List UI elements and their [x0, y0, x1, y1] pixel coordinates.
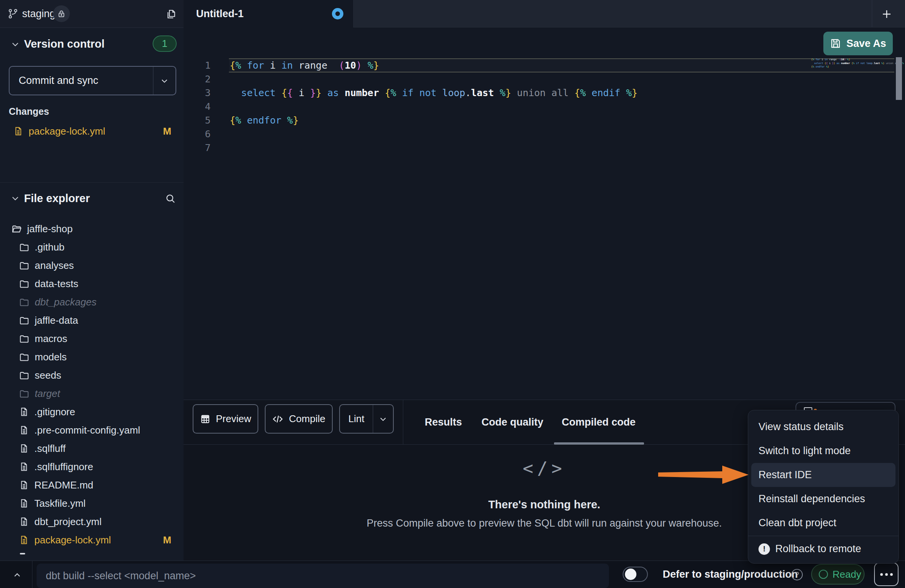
tree-folder-target[interactable]: target: [0, 384, 184, 403]
new-tab-button[interactable]: [879, 6, 895, 22]
tabbar-divider: [872, 0, 872, 27]
code-line-5[interactable]: 5{% endfor %}: [184, 113, 893, 127]
code-text: select {{ i }} as number {% if not loop.…: [230, 87, 638, 98]
chevron-down-icon[interactable]: [373, 405, 393, 433]
minimap-line: {% for i in range (10) %}: [811, 58, 894, 62]
tree-folder-jaffle-data[interactable]: jaffle-data: [0, 311, 184, 329]
minimap[interactable]: {% for i in range (10) %} select {{ i }}…: [811, 58, 894, 69]
folder-icon: [19, 352, 29, 362]
tree-file-.gitignore[interactable]: .gitignore: [0, 403, 184, 421]
menu-item-reinstall-dependencies[interactable]: Reinstall dependencies: [748, 487, 899, 511]
chevron-up-icon[interactable]: [11, 569, 23, 581]
panel-tab-results[interactable]: Results: [425, 400, 462, 444]
compile-button[interactable]: Compile: [265, 404, 333, 434]
changed-file-row[interactable]: package-lock.yml M: [0, 122, 184, 140]
file-icon: [19, 517, 29, 527]
menu-item-label: Reinstall dependencies: [758, 493, 865, 505]
menu-item-restart-ide[interactable]: Restart IDE: [751, 463, 895, 487]
tab-untitled-1[interactable]: Untitled-1: [184, 0, 354, 27]
line-number: 7: [184, 142, 211, 153]
code-line-2[interactable]: 2: [184, 72, 893, 86]
git-branch-icon: [8, 8, 18, 19]
toggle-knob: [625, 569, 636, 580]
tab-title: Untitled-1: [196, 0, 244, 27]
tree-file-README.md[interactable]: README.md: [0, 476, 184, 494]
tree-item-label: .sqlfluff: [34, 443, 66, 455]
version-control-header[interactable]: Version control 1: [0, 31, 184, 57]
defer-label: Defer to staging/production: [663, 561, 798, 588]
tree-file-dbt_project.yml[interactable]: dbt_project.yml: [0, 512, 184, 531]
line-number: 2: [184, 74, 211, 85]
tree-item-label: .gitignore: [34, 406, 75, 418]
menu-item-view-status-details[interactable]: View status details: [748, 415, 899, 439]
tree-file-.sqlfluff[interactable]: .sqlfluff: [0, 439, 184, 458]
code-icon: [272, 413, 283, 425]
file-icon: [13, 126, 23, 136]
tree-folder-.github[interactable]: .github: [0, 238, 184, 256]
tree-item-label: jaffle-shop: [27, 223, 73, 235]
tree-item-label: package-lock.yml: [34, 534, 111, 546]
branch-name[interactable]: staging: [22, 0, 55, 27]
version-control-title: Version control: [24, 31, 105, 57]
preview-label: Preview: [216, 413, 251, 425]
sidebar: staging Version control 1 Commit and syn…: [0, 0, 184, 561]
tree-folder-models[interactable]: models: [0, 348, 184, 366]
tree-item-label: .sqlfluffignore: [34, 461, 93, 473]
tree-item-label: analyses: [35, 260, 74, 272]
scrollbar-thumb[interactable]: [896, 57, 902, 100]
tree-file-.sqlfluffignore[interactable]: .sqlfluffignore: [0, 458, 184, 476]
folder-icon: [19, 389, 29, 399]
tree-item-label: dbt_project.yml: [34, 516, 101, 528]
changed-file-name: package-lock.yml: [29, 125, 105, 137]
section-divider: [0, 182, 184, 183]
tree-file-Taskfile.yml[interactable]: Taskfile.yml: [0, 494, 184, 512]
code-line-3[interactable]: 3 select {{ i }} as number {% if not loo…: [184, 86, 893, 100]
defer-toggle[interactable]: [623, 567, 648, 582]
panel-tab-compiled-code[interactable]: Compiled code: [562, 400, 636, 444]
code-line-1[interactable]: 1{% for i in range (10) %}: [184, 58, 893, 72]
file-explorer-title: File explorer: [24, 187, 90, 210]
code-line-7[interactable]: 7: [184, 141, 893, 154]
copy-icon[interactable]: [164, 7, 179, 21]
menu-item-rollback-to-remote[interactable]: !Rollback to remote: [748, 537, 899, 561]
file-icon: [19, 498, 29, 508]
preview-button[interactable]: Preview: [193, 404, 258, 434]
tree-file-package-lock.yml[interactable]: package-lock.ymlM: [0, 531, 184, 549]
editor-tab-bar: Untitled-1: [184, 0, 905, 27]
commit-and-sync-label: Commit and sync: [10, 75, 153, 87]
menu-item-label: Clean dbt project: [758, 517, 836, 529]
ready-circle-icon: [819, 570, 828, 579]
folder-icon: [19, 315, 29, 326]
search-icon[interactable]: [163, 191, 178, 206]
more-options-button[interactable]: [874, 562, 899, 586]
status-ready-badge[interactable]: Ready: [811, 564, 865, 585]
tree-folder-dbt_packages[interactable]: dbt_packages: [0, 293, 184, 311]
command-input[interactable]: dbt build --select <model_name>: [37, 564, 609, 588]
code-line-4[interactable]: 4: [184, 100, 893, 113]
chevron-down-icon[interactable]: [153, 67, 176, 95]
tree-folder-macros[interactable]: macros: [0, 329, 184, 348]
code-line-6[interactable]: 6: [184, 127, 893, 141]
line-number: 4: [184, 101, 211, 112]
help-icon[interactable]: ?: [791, 569, 803, 580]
commit-and-sync-button[interactable]: Commit and sync: [9, 66, 176, 95]
table-icon: [200, 414, 211, 424]
lint-button[interactable]: Lint: [339, 404, 394, 434]
tree-file-.pre-commit-config.yaml[interactable]: .pre-commit-config.yaml: [0, 421, 184, 439]
tree-item-label: data-tests: [35, 278, 78, 290]
tree-folder-jaffle-shop[interactable]: jaffle-shop: [0, 220, 184, 238]
tree-folder-seeds[interactable]: seeds: [0, 366, 184, 384]
save-icon: [830, 38, 841, 49]
tree-item-label: Taskfile.yml: [34, 498, 85, 509]
menu-item-clean-dbt-project[interactable]: Clean dbt project: [748, 511, 899, 535]
tree-folder-analyses[interactable]: analyses: [0, 256, 184, 275]
unsaved-dot-icon[interactable]: [332, 8, 343, 19]
menu-item-switch-to-light-mode[interactable]: Switch to light mode: [748, 439, 899, 463]
panel-tab-code-quality[interactable]: Code quality: [481, 400, 543, 444]
file-explorer-header[interactable]: File explorer: [0, 187, 184, 210]
folder-icon: [19, 297, 29, 307]
tree-folder-data-tests[interactable]: data-tests: [0, 275, 184, 293]
code-editor[interactable]: Save As 1{% for i in range (10) %}23 sel…: [184, 27, 905, 400]
save-as-label: Save As: [846, 38, 886, 50]
save-as-button[interactable]: Save As: [823, 32, 893, 55]
